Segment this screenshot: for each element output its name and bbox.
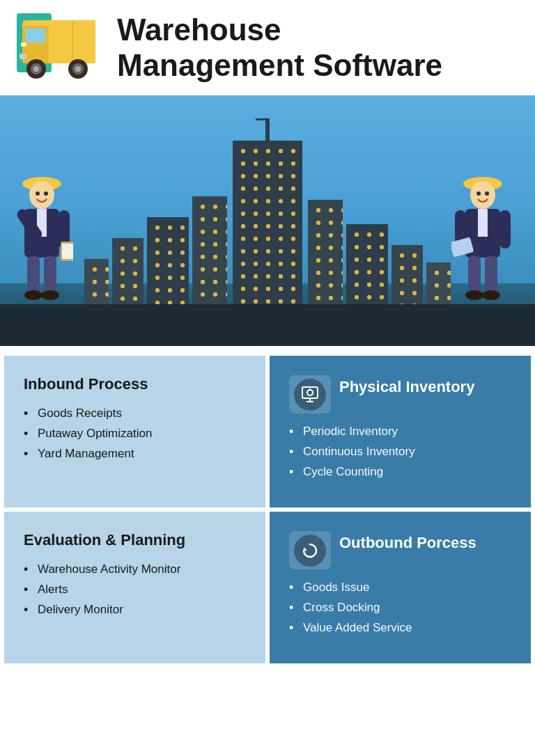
- card-outbound-header: Outbound Porcess: [289, 531, 511, 569]
- list-item: Putaway Optimization: [24, 427, 246, 441]
- card-physical-inventory-title: Physical Inventory: [339, 375, 474, 396]
- list-item: Delivery Monitor: [24, 603, 246, 617]
- svg-point-27: [24, 290, 42, 300]
- list-item: Cycle Counting: [289, 465, 511, 479]
- worker-left: [10, 168, 73, 308]
- svg-rect-25: [27, 256, 40, 294]
- svg-rect-26: [44, 256, 56, 294]
- card-evaluation-list: Warehouse Activity Monitor Alerts Delive…: [24, 562, 246, 617]
- svg-point-18: [44, 191, 48, 196]
- main-title: Warehouse Management Software: [117, 13, 442, 83]
- card-physical-inventory: Physical Inventory Periodic Inventory Co…: [270, 356, 531, 507]
- cards-grid: Inbound Process Goods Receipts Putaway O…: [0, 352, 535, 668]
- card-inbound-list: Goods Receipts Putaway Optimization Yard…: [24, 407, 246, 461]
- svg-point-32: [476, 191, 481, 196]
- svg-marker-48: [304, 547, 307, 551]
- hero-separator: [0, 346, 535, 349]
- list-item: Goods Issue: [289, 581, 511, 594]
- svg-rect-35: [478, 209, 488, 237]
- svg-point-8: [33, 66, 39, 72]
- svg-rect-13: [21, 42, 26, 47]
- list-item: Yard Management: [24, 447, 246, 461]
- card-outbound-title: Outbound Porcess: [339, 531, 476, 552]
- svg-point-17: [36, 191, 40, 196]
- list-item: Periodic Inventory: [289, 425, 511, 439]
- svg-point-28: [41, 290, 59, 300]
- svg-rect-40: [485, 256, 497, 294]
- svg-point-42: [482, 290, 500, 300]
- card-outbound: Outbound Porcess Goods Issue Cross Docki…: [270, 512, 531, 663]
- list-item: Warehouse Activity Monitor: [24, 562, 246, 576]
- list-item: Goods Receipts: [24, 407, 246, 420]
- card-inbound-title: Inbound Process: [24, 375, 246, 393]
- hero-ground: [0, 304, 535, 346]
- svg-point-11: [75, 66, 81, 72]
- svg-point-31: [470, 181, 495, 209]
- svg-rect-38: [499, 210, 511, 249]
- svg-point-46: [307, 390, 313, 395]
- physical-inventory-icon-wrap: [289, 375, 331, 414]
- svg-rect-3: [26, 29, 45, 42]
- hero-banner: [0, 95, 535, 346]
- svg-rect-12: [20, 54, 26, 59]
- svg-point-33: [485, 191, 489, 196]
- monitor-icon: [294, 379, 326, 411]
- card-physical-inventory-list: Periodic Inventory Continuous Inventory …: [289, 425, 511, 485]
- worker-right: [451, 168, 514, 308]
- svg-point-41: [465, 290, 483, 300]
- list-item: Continuous Inventory: [289, 445, 511, 459]
- refresh-icon: [294, 535, 326, 567]
- outbound-icon-wrap: [289, 531, 331, 569]
- truck-icon: [17, 13, 100, 83]
- header: Warehouse Management Software: [0, 0, 535, 95]
- svg-rect-39: [468, 256, 481, 294]
- card-evaluation-title: Evaluation & Planning: [24, 531, 246, 549]
- list-item: Cross Docking: [289, 601, 511, 615]
- card-outbound-list: Goods Issue Cross Docking Value Added Se…: [289, 581, 511, 641]
- card-evaluation: Evaluation & Planning Warehouse Activity…: [4, 512, 265, 663]
- list-item: Value Added Service: [289, 621, 511, 635]
- card-inbound: Inbound Process Goods Receipts Putaway O…: [4, 356, 265, 507]
- card-physical-inventory-header: Physical Inventory: [289, 375, 511, 414]
- svg-rect-24: [62, 244, 73, 259]
- svg-point-16: [29, 181, 54, 209]
- list-item: Alerts: [24, 583, 246, 597]
